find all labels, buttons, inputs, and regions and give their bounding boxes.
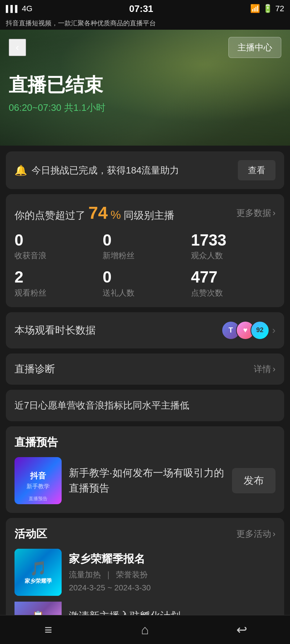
stat-label-fans: 新增粉丝 [103,250,187,261]
publish-button[interactable]: 发布 [232,468,276,493]
diagnosis-detail-link[interactable]: 详情 › [254,363,276,375]
challenge-icon: 🔔 [14,164,27,176]
duration-card[interactable]: 本场观看时长数据 T ♥ 92 › [6,312,284,348]
stat-value-fans: 0 [103,231,187,249]
stat-audience: 1733 观众人数 [191,231,276,261]
challenge-card: 🔔 今日挑战已完成，获得184流量助力 查看 [6,151,284,189]
stat-value-likes: 477 [191,268,276,286]
duration-right: T ♥ 92 › [221,321,276,340]
stat-label-watching: 观看粉丝 [14,288,99,298]
duration-chevron: › [272,325,276,336]
stats-title: 你的点赞超过了 74 % 同级别主播 [14,203,174,223]
activity-header: 活动区 更多活动 › [14,527,276,541]
content-area: 🔔 今日挑战已完成，获得184流量助力 查看 你的点赞超过了 74 % 同级别主… [0,146,290,644]
hero-section: ‹ 主播中心 直播已结束 06:20~07:30 共1.1小时 [0,30,290,146]
bottom-nav: ≡ ⌂ ↩ [0,615,290,644]
challenge-description: 今日挑战已完成，获得184流量助力 [32,164,179,177]
more-activity-label: 更多活动 [236,528,271,540]
battery-level: 72 [276,4,284,13]
live-ended-title: 直播已结束 [9,72,281,98]
activity-tag-separator: ｜ [104,569,112,580]
activity-tags-1: 流量加热 ｜ 荣誉装扮 [69,569,151,580]
avatar-3: 92 [250,321,269,340]
activity-date-1: 2024-3-25 ~ 2024-3-30 [69,583,151,593]
activity-thumb-1: 🎵 家乡荣耀季 [14,549,62,596]
stat-likes: 477 点赞次数 [191,268,276,298]
stats-prefix: 你的点赞超过了 [14,210,86,221]
activity-item-1[interactable]: 🎵 家乡荣耀季 家乡荣耀季报名 流量加热 ｜ 荣誉装扮 2024-3-25 ~ … [14,549,276,596]
wifi-icon: 📶 [250,4,260,13]
activity-info-1: 家乡荣耀季报名 流量加热 ｜ 荣誉装扮 2024-3-25 ~ 2024-3-3… [69,552,151,593]
status-right: 📶 🔋 72 [250,4,284,13]
more-activity-link[interactable]: 更多活动 › [236,528,276,540]
hero-content: 直播已结束 06:20~07:30 共1.1小时 [0,65,290,121]
nav-menu-button[interactable]: ≡ [34,619,63,641]
preview-info-text: 新手教学·如何发布一场有吸引力的直播预告 [69,465,225,496]
stat-new-fans: 0 新增粉丝 [103,231,187,261]
preview-card: 直播预告 抖音 新手教学 直播预告 新手教学·如何发布一场有吸引力的直播预告 发… [6,426,284,513]
activity-section-title: 活动区 [14,527,47,541]
status-bar: ▌▌▌ 4G 07:31 📶 🔋 72 [0,0,290,17]
diagnosis-card: 直播诊断 详情 › [6,354,284,385]
more-data-label: 更多数据 [236,207,271,219]
nav-back-button[interactable]: ↩ [227,619,256,641]
activity-name-1: 家乡荣耀季报名 [69,552,151,566]
back-icon: ↩ [236,622,247,637]
preview-content: 抖音 新手教学 直播预告 新手教学·如何发布一场有吸引力的直播预告 发布 [14,457,276,504]
stats-pct-symbol: % [111,208,121,221]
back-button[interactable]: ‹ [9,39,26,56]
stat-value-sound: 0 [14,231,99,249]
warning-text: 近7日心愿单营收音浪指标比同水平主播低 [14,400,189,411]
duration-title: 本场观看时长数据 [14,323,96,337]
preview-thumbnail: 抖音 新手教学 直播预告 [14,457,62,504]
nav-home-button[interactable]: ⌂ [130,619,160,641]
stat-value-watching: 2 [14,268,99,286]
stat-label-likes: 点赞次数 [191,288,276,298]
notification-bar: 抖音直播短视频，一款汇聚各种优质商品的直播平台 [0,17,290,30]
preview-thumb-title: 抖音 [30,471,46,481]
more-data-chevron: › [273,208,276,218]
live-duration: 06:20~07:30 共1.1小时 [9,101,281,114]
signal-type: 4G [22,4,32,13]
battery-icon: 🔋 [263,4,273,13]
more-data-link[interactable]: 更多数据 › [236,207,276,219]
more-activity-chevron: › [273,529,276,539]
home-icon: ⌂ [141,622,149,637]
broadcaster-center-button[interactable]: 主播中心 [228,37,281,58]
stats-card: 你的点赞超过了 74 % 同级别主播 更多数据 › 0 收获音浪 0 新增粉丝 … [6,194,284,307]
stats-grid: 0 收获音浪 0 新增粉丝 1733 观众人数 2 观看粉丝 0 送礼人数 47… [14,231,276,298]
stats-suffix: 同级别主播 [124,210,174,221]
stat-label-audience: 观众人数 [191,250,276,261]
challenge-text: 🔔 今日挑战已完成，获得184流量助力 [14,164,179,177]
hero-nav: ‹ 主播中心 [0,30,290,65]
activity-thumb-icon: 🎵 [30,560,47,576]
activity-tag-1a: 流量加热 [69,569,101,580]
signal-icon: ▌▌▌ [6,5,20,13]
stat-sound-waves: 0 收获音浪 [14,231,99,261]
stat-label-sound: 收获音浪 [14,250,99,261]
activity-thumb-bg: 🎵 家乡荣耀季 [14,549,62,596]
status-left: ▌▌▌ 4G [6,4,33,13]
menu-icon: ≡ [45,622,52,637]
stat-watching-fans: 2 观看粉丝 [14,268,99,298]
notification-text: 抖音直播短视频，一款汇聚各种优质商品的直播平台 [6,20,156,27]
activity-tag-1b: 荣誉装扮 [116,569,148,580]
stat-gifters: 0 送礼人数 [103,268,187,298]
stat-label-gifters: 送礼人数 [103,288,187,298]
view-button[interactable]: 查看 [238,160,276,180]
status-time: 07:31 [129,3,153,14]
diagnosis-chevron: › [273,364,276,374]
preview-thumb-extra: 直播预告 [14,495,62,502]
diagnosis-detail-label: 详情 [254,363,271,375]
preview-thumb-subtitle: 新手教学 [26,483,50,490]
stat-value-gifters: 0 [103,268,187,286]
stat-value-audience: 1733 [191,231,276,249]
preview-section-title: 直播预告 [14,435,276,450]
avatar-stack: T ♥ 92 [221,321,269,340]
diagnosis-title: 直播诊断 [14,362,55,376]
activity-thumb-label: 家乡荣耀季 [25,578,52,584]
stats-header: 你的点赞超过了 74 % 同级别主播 更多数据 › [14,203,276,223]
warning-card: 近7日心愿单营收音浪指标比同水平主播低 [6,390,284,421]
stats-percentage: 74 [88,203,108,222]
